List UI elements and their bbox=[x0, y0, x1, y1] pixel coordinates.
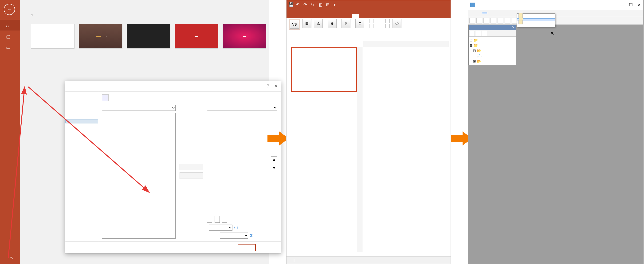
macros-button[interactable]: ▦ bbox=[302, 19, 312, 28]
customize-ribbon-combo[interactable] bbox=[207, 105, 277, 111]
redo-icon[interactable]: ↷ bbox=[304, 2, 308, 7]
sidebar-save[interactable] bbox=[0, 63, 20, 69]
sidebar-share[interactable] bbox=[0, 89, 20, 96]
add-button[interactable] bbox=[180, 164, 203, 170]
menu-edit[interactable] bbox=[473, 12, 477, 14]
visual-basic-button[interactable]: VB bbox=[289, 19, 300, 30]
sidebar-export[interactable] bbox=[0, 96, 20, 102]
nav-layout[interactable] bbox=[65, 104, 98, 108]
ok-button[interactable] bbox=[238, 244, 256, 251]
tab-design[interactable] bbox=[313, 14, 320, 18]
minimize-button[interactable]: — bbox=[620, 2, 624, 7]
sidebar-home[interactable]: ⌂ bbox=[0, 20, 20, 30]
tab-developer[interactable] bbox=[352, 14, 359, 18]
submenu-classmodule[interactable] bbox=[517, 21, 555, 23]
macro-security-button[interactable]: ⚠ bbox=[314, 19, 323, 28]
submenu-module[interactable] bbox=[517, 18, 555, 21]
tb-icon[interactable] bbox=[504, 18, 510, 23]
menu-tools[interactable] bbox=[501, 12, 506, 14]
tab-review[interactable] bbox=[339, 14, 346, 18]
undo-icon[interactable]: ↶ bbox=[296, 2, 300, 7]
template-floral[interactable] bbox=[222, 24, 266, 51]
nav-language[interactable] bbox=[65, 108, 98, 112]
pane-close-icon[interactable]: ✕ bbox=[512, 25, 515, 29]
back-button[interactable]: ← bbox=[4, 4, 15, 15]
tab-transitions[interactable] bbox=[320, 14, 326, 18]
pp-view-icon[interactable] bbox=[476, 31, 481, 36]
project-tree[interactable]: ⊟📁 ⊟📁 ⊟📂 📄 ⊞📂 bbox=[469, 37, 516, 65]
nav-proofing[interactable] bbox=[65, 97, 98, 101]
view-code-button[interactable]: </> bbox=[392, 19, 402, 28]
maximize-button[interactable]: ☐ bbox=[629, 2, 633, 7]
tree-thisdocument[interactable] bbox=[482, 56, 482, 56]
move-down-button[interactable]: ▼ bbox=[271, 165, 277, 171]
menu-addins[interactable] bbox=[506, 12, 511, 14]
controls-grid[interactable] bbox=[369, 19, 390, 28]
ie-info-icon[interactable]: ⓘ bbox=[250, 234, 253, 238]
menu-format[interactable] bbox=[487, 12, 492, 14]
qat-icon[interactable]: ⊞ bbox=[326, 2, 331, 7]
qat-more-icon[interactable]: ▾ bbox=[334, 2, 338, 7]
tb-icon[interactable] bbox=[512, 18, 517, 23]
save-icon[interactable]: 💾 bbox=[288, 2, 293, 7]
ribbon-tabs-list[interactable] bbox=[207, 113, 269, 214]
menu-window[interactable] bbox=[511, 12, 516, 14]
sidebar-print[interactable] bbox=[0, 83, 20, 89]
pp-view-icon[interactable] bbox=[470, 31, 475, 36]
close-button[interactable]: ✕ bbox=[274, 84, 278, 89]
sidebar-options[interactable]: ↖ bbox=[0, 252, 20, 264]
tab-slideshow[interactable] bbox=[332, 14, 339, 18]
commands-list[interactable] bbox=[102, 113, 176, 239]
template-madison[interactable] bbox=[127, 24, 170, 51]
nav-save[interactable] bbox=[65, 101, 98, 104]
tab-home[interactable] bbox=[293, 14, 300, 18]
nav-trust[interactable] bbox=[65, 131, 98, 135]
tb-icon[interactable] bbox=[498, 18, 503, 23]
addins-button[interactable]: ⊕ bbox=[328, 19, 336, 28]
menu-view[interactable] bbox=[477, 12, 482, 14]
import-export-combo[interactable] bbox=[220, 233, 248, 239]
tb-icon[interactable] bbox=[484, 18, 489, 23]
template-welcome[interactable]: → bbox=[79, 24, 122, 51]
sidebar-info[interactable] bbox=[0, 56, 20, 63]
nav-addins[interactable] bbox=[65, 127, 98, 131]
template-blank[interactable] bbox=[31, 24, 74, 51]
cancel-button[interactable] bbox=[259, 244, 277, 251]
qat-icon[interactable]: ⎙ bbox=[311, 2, 316, 7]
tb-icon[interactable] bbox=[469, 18, 475, 23]
menu-run[interactable] bbox=[497, 12, 501, 14]
sidebar-new[interactable]: ▢ bbox=[0, 30, 20, 41]
rename-button[interactable] bbox=[222, 216, 227, 223]
tab-view[interactable] bbox=[346, 14, 352, 18]
sidebar-close[interactable] bbox=[0, 102, 20, 109]
menu-insert[interactable] bbox=[482, 12, 487, 14]
reset-info-icon[interactable]: ⓘ bbox=[234, 226, 238, 230]
slide-thumbnail[interactable] bbox=[291, 47, 357, 92]
tab-insert[interactable] bbox=[306, 14, 313, 18]
nav-customize-ribbon[interactable] bbox=[65, 119, 98, 124]
tab-nordri[interactable] bbox=[300, 14, 306, 18]
choose-commands-combo[interactable] bbox=[102, 105, 176, 111]
sidebar-feedback[interactable] bbox=[0, 245, 20, 252]
close-button[interactable]: ✕ bbox=[638, 2, 641, 7]
menu-file[interactable] bbox=[468, 12, 473, 14]
new-group-button[interactable] bbox=[214, 216, 220, 223]
tb-icon[interactable] bbox=[476, 18, 482, 23]
sidebar-saveas[interactable] bbox=[0, 69, 20, 76]
move-up-button[interactable]: ▲ bbox=[271, 156, 277, 163]
remove-button[interactable] bbox=[180, 172, 203, 179]
tab-animations[interactable] bbox=[326, 14, 332, 18]
sidebar-history[interactable] bbox=[0, 76, 20, 83]
sidebar-open[interactable]: ▭ bbox=[0, 41, 20, 52]
nav-ease[interactable] bbox=[65, 112, 98, 116]
tab-file[interactable] bbox=[286, 14, 293, 18]
sidebar-account[interactable] bbox=[0, 239, 20, 245]
nav-advanced[interactable] bbox=[65, 116, 98, 119]
tb-icon[interactable] bbox=[490, 18, 496, 23]
qat-icon[interactable]: ◧ bbox=[318, 2, 323, 7]
nav-general[interactable] bbox=[65, 93, 98, 97]
pp-folder-icon[interactable] bbox=[482, 31, 487, 36]
nav-qat[interactable] bbox=[65, 124, 98, 127]
reset-combo[interactable] bbox=[209, 225, 232, 231]
ppt-addins-button[interactable]: P bbox=[339, 19, 353, 28]
